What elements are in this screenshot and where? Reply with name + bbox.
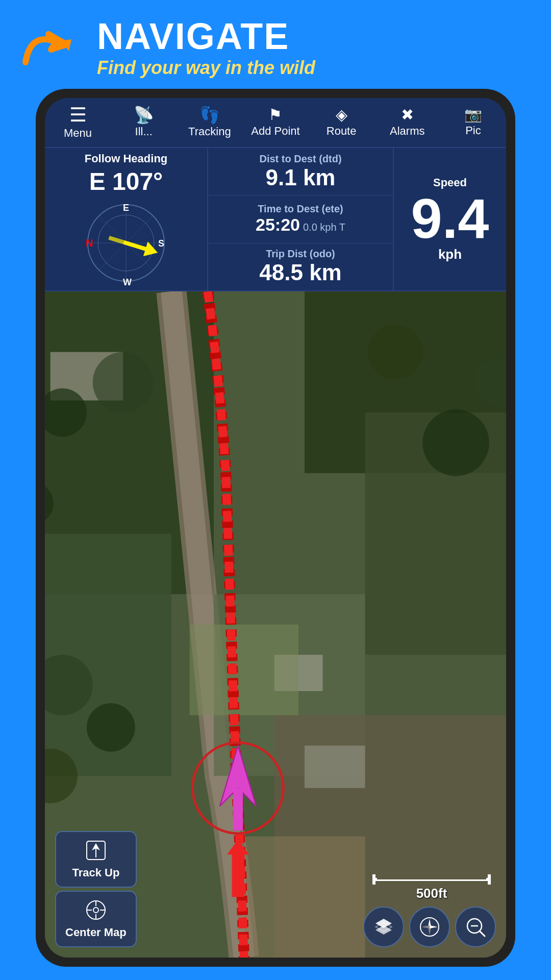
center-map-label: Center Map — [65, 926, 127, 939]
svg-rect-37 — [233, 788, 243, 830]
scale-line — [375, 878, 488, 881]
center-map-button[interactable]: Center Map — [55, 891, 137, 947]
svg-text:W: W — [123, 277, 132, 286]
layers-button[interactable] — [363, 906, 404, 947]
scale-bar: 500ft — [372, 874, 491, 901]
phone-screen: ☰ Menu 📡 Ill... 👣 Tracking ⚑ Add Point ◈… — [45, 98, 506, 958]
nav-ill-label: Ill... — [135, 125, 153, 138]
ill-icon: 📡 — [134, 107, 154, 123]
map-area[interactable]: 500ft Track Up — [45, 291, 506, 958]
follow-heading-label: Follow Heading — [85, 152, 168, 165]
nav-tracking-label: Tracking — [188, 125, 231, 138]
map-bottom-left-controls: Track Up Center Map — [55, 831, 137, 947]
scale-label: 500ft — [416, 886, 447, 901]
svg-marker-12 — [143, 241, 160, 260]
banner-subtitle: Find your way in the wild — [97, 57, 315, 79]
nav-add-point-label: Add Point — [251, 125, 299, 138]
nav-bar: ☰ Menu 📡 Ill... 👣 Tracking ⚑ Add Point ◈… — [45, 98, 506, 148]
top-banner: NAVIGATE Find your way in the wild — [0, 0, 551, 89]
time-to-dest-inline: 25:20 0.0 kph T — [256, 215, 345, 235]
trip-dist-value: 48.5 km — [259, 260, 341, 285]
phone-frame: ☰ Menu 📡 Ill... 👣 Tracking ⚑ Add Point ◈… — [36, 89, 515, 967]
nav-menu[interactable]: ☰ Menu — [45, 102, 111, 143]
nav-add-point[interactable]: ⚑ Add Point — [242, 104, 308, 141]
dist-to-dest-row: Dist to Dest (dtd) 9.1 km — [208, 148, 393, 195]
stats-panel: Follow Heading E 107° E W — [45, 148, 506, 291]
svg-text:E: E — [123, 203, 129, 213]
app-logo — [20, 21, 82, 72]
zoom-out-button[interactable] — [455, 906, 496, 947]
track-up-button[interactable]: Track Up — [55, 831, 137, 888]
svg-rect-38 — [232, 848, 244, 897]
time-to-dest-sub: 0.0 kph T — [303, 222, 345, 233]
dist-to-dest-label: Dist to Dest (dtd) — [259, 153, 341, 165]
speed-value: 9.4 — [411, 190, 489, 247]
route-icon: ◈ — [336, 107, 347, 122]
nav-pic[interactable]: 📷 Pic — [440, 105, 506, 140]
svg-marker-50 — [375, 925, 392, 935]
speed-unit: kph — [438, 247, 462, 262]
pic-icon: 📷 — [464, 108, 482, 122]
nav-route[interactable]: ◈ Route — [309, 104, 374, 141]
time-to-dest-label: Time to Dest (ete) — [258, 203, 343, 215]
nav-route-label: Route — [327, 125, 357, 138]
nav-menu-label: Menu — [64, 127, 92, 140]
svg-text:S: S — [158, 238, 164, 249]
speed-area: Speed 9.4 kph — [394, 148, 506, 290]
nav-alarms-label: Alarms — [390, 125, 424, 138]
time-to-dest-value: 25:20 — [256, 215, 300, 235]
svg-marker-56 — [421, 925, 430, 928]
nav-tracking[interactable]: 👣 Tracking — [177, 104, 242, 141]
time-to-dest-row: Time to Dest (ete) 25:20 0.0 kph T — [208, 195, 393, 243]
track-up-label: Track Up — [72, 866, 119, 879]
tracking-icon: 👣 — [199, 107, 220, 123]
nav-pic-label: Pic — [465, 124, 481, 137]
svg-marker-39 — [227, 840, 249, 855]
compass-svg: E W S N — [83, 200, 169, 286]
compass-area: Follow Heading E 107° E W — [45, 148, 208, 290]
banner-text: NAVIGATE Find your way in the wild — [97, 15, 315, 79]
dist-to-dest-value: 9.1 km — [266, 165, 336, 190]
svg-marker-57 — [430, 925, 438, 928]
svg-point-44 — [93, 908, 98, 913]
map-bottom-right-controls — [363, 906, 496, 947]
menu-icon: ☰ — [69, 105, 87, 125]
alarms-icon: ✖ — [401, 107, 414, 122]
heading-value: E 107° — [89, 167, 163, 195]
add-point-icon: ⚑ — [268, 107, 282, 122]
middle-stats: Dist to Dest (dtd) 9.1 km Time to Dest (… — [208, 148, 394, 290]
svg-line-60 — [480, 931, 485, 936]
track-up-icon — [85, 839, 107, 866]
trip-dist-row: Trip Dist (odo) 48.5 km — [208, 243, 393, 290]
trip-dist-label: Trip Dist (odo) — [266, 248, 335, 260]
nav-alarms[interactable]: ✖ Alarms — [374, 104, 440, 141]
compass-tool-button[interactable] — [409, 906, 450, 947]
svg-text:N: N — [86, 237, 93, 249]
nav-ill[interactable]: 📡 Ill... — [111, 104, 177, 141]
banner-title: NAVIGATE — [97, 15, 315, 57]
center-map-icon — [85, 899, 107, 926]
